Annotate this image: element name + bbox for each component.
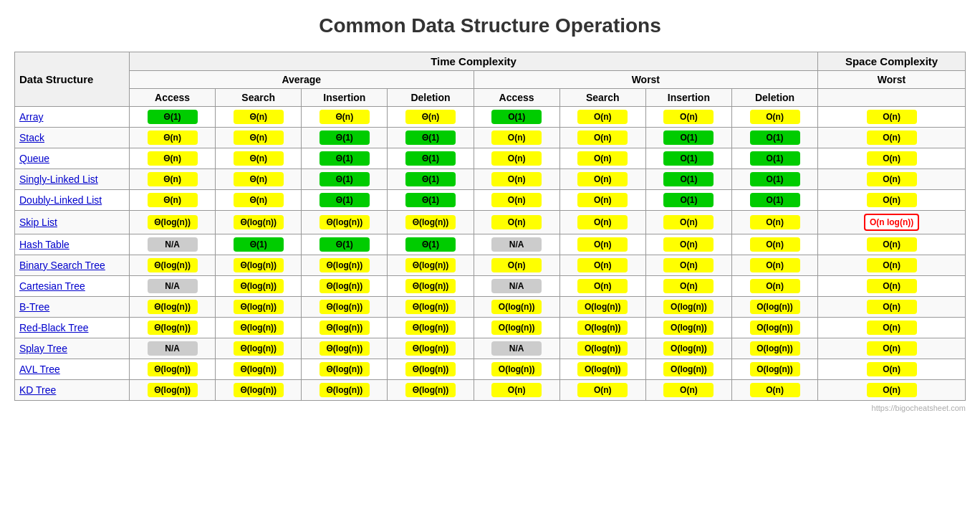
wst_delete-cell: O(n) bbox=[731, 255, 817, 276]
avg_search-cell: Θ(log(n)) bbox=[216, 255, 302, 276]
avg_search-badge: Θ(log(n)) bbox=[234, 321, 284, 335]
wst_search-badge: O(n) bbox=[577, 110, 628, 124]
ds-name-link[interactable]: KD Tree bbox=[19, 384, 56, 396]
wst_delete-cell: O(1) bbox=[731, 128, 817, 148]
wst_delete-badge: O(1) bbox=[750, 130, 800, 145]
wst_access-badge: O(log(n)) bbox=[491, 300, 542, 314]
ds-name-link[interactable]: Singly-Linked List bbox=[19, 174, 98, 185]
table-row: Skip ListΘ(log(n))Θ(log(n))Θ(log(n))Θ(lo… bbox=[15, 211, 966, 234]
avg_insert-cell: Θ(log(n)) bbox=[302, 338, 388, 359]
header-space-worst bbox=[818, 89, 966, 107]
wst_insert-cell: O(n) bbox=[645, 255, 731, 276]
wst_search-cell: O(log(n)) bbox=[559, 297, 645, 318]
ds-name-cell: AVL Tree bbox=[15, 359, 130, 380]
wst_access-cell: O(log(n)) bbox=[474, 318, 559, 338]
wst_insert-cell: O(1) bbox=[645, 148, 731, 169]
avg_delete-badge: Θ(1) bbox=[405, 172, 456, 186]
ds-name-link[interactable]: Doubly-Linked List bbox=[19, 194, 102, 206]
avg_delete-cell: Θ(log(n)) bbox=[388, 297, 474, 318]
avg_search-cell: Θ(log(n)) bbox=[216, 318, 302, 338]
avg_access-cell: Θ(log(n)) bbox=[130, 297, 216, 318]
avg_insert-cell: Θ(log(n)) bbox=[302, 318, 388, 338]
ds-name-link[interactable]: Cartesian Tree bbox=[19, 280, 85, 292]
avg_access-badge: Θ(n) bbox=[148, 151, 198, 166]
table-row: StackΘ(n)Θ(n)Θ(1)Θ(1)O(n)O(n)O(1)O(1)O(n… bbox=[15, 128, 966, 148]
ds-name-link[interactable]: Splay Tree bbox=[19, 343, 67, 354]
wst_search-badge: O(n) bbox=[577, 258, 628, 272]
table-row: Cartesian TreeN/AΘ(log(n))Θ(log(n))Θ(log… bbox=[15, 276, 966, 297]
wst_search-cell: O(n) bbox=[559, 190, 645, 211]
ds-name-link[interactable]: Skip List bbox=[19, 217, 57, 228]
avg_search-badge: Θ(log(n)) bbox=[234, 215, 284, 229]
wst_access-badge: O(n) bbox=[491, 172, 542, 186]
avg_insert-cell: Θ(log(n)) bbox=[302, 211, 388, 234]
avg_access-badge: Θ(n) bbox=[148, 193, 198, 207]
space-cell: O(n) bbox=[818, 276, 966, 297]
header-wst-search: Search bbox=[559, 89, 645, 107]
wst_delete-badge: O(n) bbox=[750, 110, 800, 124]
avg_search-badge: Θ(log(n)) bbox=[234, 341, 284, 356]
wst_delete-badge: O(n) bbox=[750, 258, 800, 272]
wst_access-cell: O(n) bbox=[474, 380, 559, 401]
space-badge: O(n) bbox=[867, 341, 917, 356]
wst_insert-badge: O(1) bbox=[663, 193, 714, 207]
avg_search-badge: Θ(log(n)) bbox=[234, 279, 284, 293]
space-badge: O(n) bbox=[867, 383, 917, 397]
ds-name-link[interactable]: Binary Search Tree bbox=[19, 260, 105, 271]
wst_access-cell: O(n) bbox=[474, 148, 559, 169]
wst_access-cell: O(log(n)) bbox=[474, 359, 559, 380]
avg_delete-cell: Θ(1) bbox=[388, 148, 474, 169]
avg_search-cell: Θ(log(n)) bbox=[216, 276, 302, 297]
avg_access-cell: Θ(log(n)) bbox=[130, 380, 216, 401]
table-row: Binary Search TreeΘ(log(n))Θ(log(n))Θ(lo… bbox=[15, 255, 966, 276]
space-cell: O(n) bbox=[818, 107, 966, 128]
wst_insert-badge: O(log(n)) bbox=[663, 300, 714, 314]
space-cell: O(n) bbox=[818, 297, 966, 318]
ds-name-link[interactable]: Array bbox=[19, 111, 43, 123]
table-row: QueueΘ(n)Θ(n)Θ(1)Θ(1)O(n)O(n)O(1)O(1)O(n… bbox=[15, 148, 966, 169]
ds-name-link[interactable]: Hash Table bbox=[19, 239, 69, 250]
wst_delete-badge: O(log(n)) bbox=[750, 362, 800, 376]
space-badge: O(n) bbox=[867, 130, 917, 145]
wst_access-cell: N/A bbox=[474, 338, 559, 359]
avg_access-cell: Θ(n) bbox=[130, 190, 216, 211]
wst_insert-badge: O(1) bbox=[663, 172, 714, 186]
avg_delete-cell: Θ(1) bbox=[388, 169, 474, 190]
avg_access-badge: N/A bbox=[148, 279, 198, 293]
ds-name-link[interactable]: AVL Tree bbox=[19, 364, 60, 375]
avg_search-badge: Θ(n) bbox=[234, 172, 284, 186]
wst_insert-cell: O(n) bbox=[645, 107, 731, 128]
wst_search-cell: O(n) bbox=[559, 380, 645, 401]
wst_search-badge: O(n) bbox=[577, 193, 628, 207]
space-badge: O(n) bbox=[867, 237, 917, 252]
avg_search-badge: Θ(log(n)) bbox=[234, 362, 284, 376]
wst_access-badge: O(n) bbox=[491, 151, 542, 166]
space-cell: O(n) bbox=[818, 128, 966, 148]
space-badge: O(n) bbox=[867, 110, 917, 124]
ds-name-cell: Hash Table bbox=[15, 234, 130, 255]
space-cell: O(n) bbox=[818, 234, 966, 255]
wst_access-badge: O(1) bbox=[491, 110, 542, 124]
wst_search-cell: O(n) bbox=[559, 148, 645, 169]
space-cell: O(n) bbox=[818, 190, 966, 211]
ds-name-link[interactable]: Queue bbox=[19, 153, 49, 164]
avg_access-cell: Θ(log(n)) bbox=[130, 359, 216, 380]
ds-name-link[interactable]: Red-Black Tree bbox=[19, 322, 88, 333]
wst_delete-cell: O(log(n)) bbox=[731, 297, 817, 318]
avg_insert-badge: Θ(log(n)) bbox=[320, 279, 370, 293]
header-wst-insertion: Insertion bbox=[645, 89, 731, 107]
header-data-structure: Data Structure bbox=[15, 52, 130, 107]
wst_search-cell: O(n) bbox=[559, 276, 645, 297]
avg_access-cell: Θ(1) bbox=[130, 107, 216, 128]
wst_delete-badge: O(1) bbox=[750, 172, 800, 186]
ds-name-link[interactable]: Stack bbox=[19, 132, 44, 143]
header-avg-search: Search bbox=[216, 89, 302, 107]
header-avg-deletion: Deletion bbox=[388, 89, 474, 107]
avg_insert-badge: Θ(log(n)) bbox=[320, 362, 370, 376]
space-badge: O(n) bbox=[867, 321, 917, 335]
avg_insert-badge: Θ(log(n)) bbox=[320, 341, 370, 356]
table-row: Splay TreeN/AΘ(log(n))Θ(log(n))Θ(log(n))… bbox=[15, 338, 966, 359]
avg_insert-cell: Θ(1) bbox=[302, 190, 388, 211]
ds-name-link[interactable]: B-Tree bbox=[19, 301, 49, 313]
header-wst-deletion: Deletion bbox=[731, 89, 817, 107]
